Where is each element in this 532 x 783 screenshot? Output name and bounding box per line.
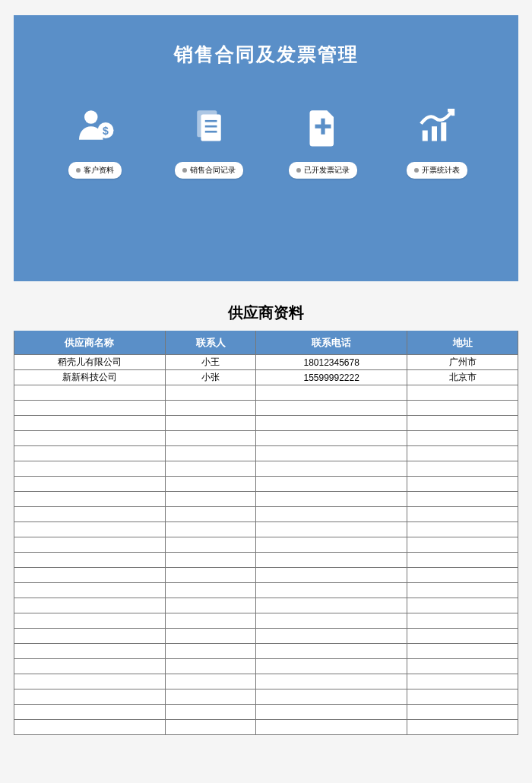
cell-empty[interactable] — [256, 492, 407, 507]
cell-empty[interactable] — [165, 385, 255, 401]
cell-empty[interactable] — [407, 522, 518, 537]
table-row[interactable] — [14, 401, 518, 416]
cell-empty[interactable] — [165, 553, 255, 568]
table-row[interactable] — [14, 659, 518, 674]
cell-empty[interactable] — [165, 507, 255, 522]
cell-empty[interactable] — [256, 674, 407, 689]
cell-empty[interactable] — [14, 705, 166, 720]
cell-empty[interactable] — [407, 644, 518, 659]
cell-empty[interactable] — [407, 385, 518, 401]
cell-empty[interactable] — [14, 537, 166, 553]
nav-button-contracts[interactable]: 销售合同记录 — [175, 162, 243, 179]
cell-address[interactable]: 广州市 — [407, 355, 518, 370]
table-row[interactable] — [14, 446, 518, 461]
cell-empty[interactable] — [407, 583, 518, 598]
nav-button-invoices[interactable]: 已开发票记录 — [289, 162, 357, 179]
table-row[interactable] — [14, 629, 518, 644]
table-row[interactable] — [14, 720, 518, 735]
table-row[interactable] — [14, 461, 518, 477]
cell-empty[interactable] — [165, 537, 255, 553]
cell-empty[interactable] — [407, 416, 518, 431]
table-row[interactable] — [14, 477, 518, 492]
cell-empty[interactable] — [256, 522, 407, 537]
table-row[interactable] — [14, 385, 518, 401]
cell-empty[interactable] — [256, 568, 407, 583]
table-row[interactable] — [14, 644, 518, 659]
table-row[interactable] — [14, 674, 518, 689]
cell-empty[interactable] — [165, 492, 255, 507]
cell-empty[interactable] — [14, 659, 166, 674]
cell-contact[interactable]: 小张 — [165, 370, 255, 385]
cell-empty[interactable] — [165, 583, 255, 598]
cell-empty[interactable] — [165, 431, 255, 446]
cell-empty[interactable] — [407, 568, 518, 583]
cell-empty[interactable] — [14, 461, 166, 477]
cell-empty[interactable] — [165, 446, 255, 461]
cell-empty[interactable] — [14, 553, 166, 568]
cell-contact[interactable]: 小王 — [165, 355, 255, 370]
cell-empty[interactable] — [14, 477, 166, 492]
cell-empty[interactable] — [407, 720, 518, 735]
cell-empty[interactable] — [165, 461, 255, 477]
cell-empty[interactable] — [256, 720, 407, 735]
cell-empty[interactable] — [165, 674, 255, 689]
cell-empty[interactable] — [256, 629, 407, 644]
cell-empty[interactable] — [256, 477, 407, 492]
cell-empty[interactable] — [256, 507, 407, 522]
cell-empty[interactable] — [14, 431, 166, 446]
cell-address[interactable]: 北京市 — [407, 370, 518, 385]
table-row[interactable]: 新新科技公司小张15599992222北京市 — [14, 370, 518, 385]
cell-name[interactable]: 稻壳儿有限公司 — [14, 355, 166, 370]
cell-empty[interactable] — [165, 720, 255, 735]
table-row[interactable] — [14, 583, 518, 598]
cell-empty[interactable] — [14, 446, 166, 461]
cell-empty[interactable] — [165, 477, 255, 492]
table-row[interactable]: 稻壳儿有限公司小王18012345678广州市 — [14, 355, 518, 370]
cell-empty[interactable] — [256, 416, 407, 431]
cell-empty[interactable] — [14, 522, 166, 537]
nav-button-stats[interactable]: 开票统计表 — [407, 162, 467, 179]
cell-empty[interactable] — [165, 644, 255, 659]
cell-empty[interactable] — [14, 674, 166, 689]
cell-empty[interactable] — [407, 659, 518, 674]
table-row[interactable] — [14, 431, 518, 446]
cell-empty[interactable] — [165, 401, 255, 416]
cell-phone[interactable]: 18012345678 — [256, 355, 407, 370]
cell-empty[interactable] — [256, 537, 407, 553]
table-row[interactable] — [14, 492, 518, 507]
cell-empty[interactable] — [256, 583, 407, 598]
cell-empty[interactable] — [407, 629, 518, 644]
cell-empty[interactable] — [256, 446, 407, 461]
cell-empty[interactable] — [14, 689, 166, 705]
cell-empty[interactable] — [14, 507, 166, 522]
cell-empty[interactable] — [14, 492, 166, 507]
cell-empty[interactable] — [407, 537, 518, 553]
cell-empty[interactable] — [14, 644, 166, 659]
cell-empty[interactable] — [14, 583, 166, 598]
cell-empty[interactable] — [165, 598, 255, 613]
cell-empty[interactable] — [256, 644, 407, 659]
cell-empty[interactable] — [165, 522, 255, 537]
cell-empty[interactable] — [165, 613, 255, 629]
table-row[interactable] — [14, 705, 518, 720]
cell-empty[interactable] — [407, 598, 518, 613]
cell-phone[interactable]: 15599992222 — [256, 370, 407, 385]
cell-empty[interactable] — [256, 598, 407, 613]
cell-empty[interactable] — [14, 401, 166, 416]
cell-empty[interactable] — [256, 431, 407, 446]
cell-empty[interactable] — [256, 613, 407, 629]
table-row[interactable] — [14, 689, 518, 705]
cell-empty[interactable] — [14, 613, 166, 629]
cell-empty[interactable] — [407, 553, 518, 568]
table-row[interactable] — [14, 416, 518, 431]
cell-empty[interactable] — [256, 553, 407, 568]
cell-empty[interactable] — [256, 689, 407, 705]
cell-name[interactable]: 新新科技公司 — [14, 370, 166, 385]
cell-empty[interactable] — [407, 674, 518, 689]
cell-empty[interactable] — [407, 507, 518, 522]
table-row[interactable] — [14, 553, 518, 568]
cell-empty[interactable] — [407, 431, 518, 446]
table-row[interactable] — [14, 507, 518, 522]
cell-empty[interactable] — [14, 720, 166, 735]
cell-empty[interactable] — [256, 659, 407, 674]
